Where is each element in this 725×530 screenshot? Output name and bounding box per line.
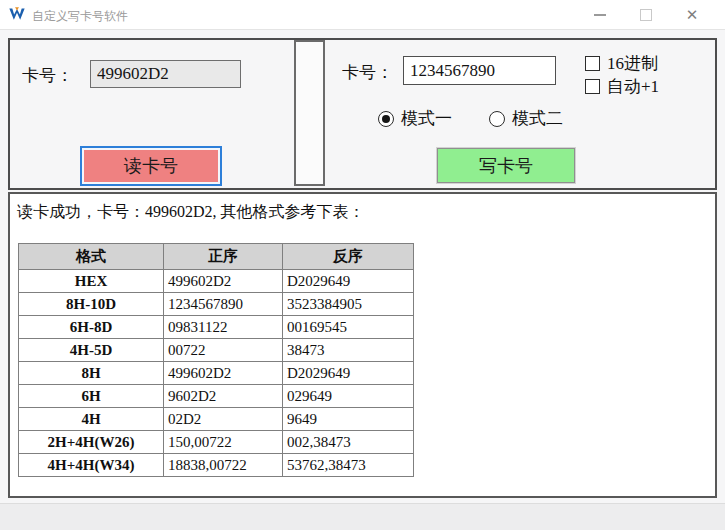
reverse-order-cell: 029649 (283, 385, 414, 408)
reverse-order-cell: 9649 (283, 408, 414, 431)
window-title: 自定义写卡号软件 (32, 8, 128, 25)
table-row: 8H499602D2D2029649 (19, 362, 414, 385)
table-row: 6H-8D0983112200169545 (19, 316, 414, 339)
auto-increment-checkbox[interactable]: 自动+1 (585, 75, 659, 98)
read-card-button[interactable]: 读卡号 (80, 146, 222, 186)
reverse-order-cell: D2029649 (283, 362, 414, 385)
titlebar: 自定义写卡号软件 ✕ (0, 0, 725, 30)
read-card-label: 卡号： (22, 64, 73, 87)
forward-order-cell: 499602D2 (164, 270, 283, 293)
mode-one-radio-label: 模式一 (401, 107, 452, 130)
format-cell: 4H (19, 408, 164, 431)
forward-order-cell: 499602D2 (164, 362, 283, 385)
app-window: 自定义写卡号软件 ✕ 卡号： 读卡号 卡号： 16进制 自动+1 模式一 模式二 (0, 0, 725, 530)
radio-icon (489, 111, 505, 127)
read-card-number-field[interactable] (90, 60, 241, 88)
forward-order-cell: 18838,00722 (164, 454, 283, 477)
maximize-icon (640, 9, 652, 21)
result-panel: 读卡成功，卡号：499602D2, 其他格式参考下表： 格式正序反序 HEX49… (8, 192, 717, 498)
format-table: 格式正序反序 HEX499602D2D20296498H-10D12345678… (18, 243, 414, 477)
forward-order-cell: 9602D2 (164, 385, 283, 408)
read-status-text: 读卡成功，卡号：499602D2, 其他格式参考下表： (17, 202, 365, 223)
forward-order-cell: 09831122 (164, 316, 283, 339)
card-control-panel: 卡号： 读卡号 卡号： 16进制 自动+1 模式一 模式二 写卡号 (8, 38, 717, 190)
auto-increment-checkbox-label: 自动+1 (607, 75, 659, 98)
table-row: 4H-5D0072238473 (19, 339, 414, 362)
forward-order-cell: 00722 (164, 339, 283, 362)
minimize-button[interactable] (577, 0, 623, 29)
radio-icon (378, 111, 394, 127)
hex-checkbox-label: 16进制 (607, 52, 658, 75)
write-card-button[interactable]: 写卡号 (437, 148, 575, 183)
table-header-cell: 正序 (164, 244, 283, 270)
reverse-order-cell: D2029649 (283, 270, 414, 293)
format-cell: HEX (19, 270, 164, 293)
maximize-button[interactable] (623, 0, 669, 29)
vertical-separator-box (294, 40, 325, 186)
status-bar (0, 503, 725, 530)
forward-order-cell: 02D2 (164, 408, 283, 431)
table-row: HEX499602D2D2029649 (19, 270, 414, 293)
close-icon: ✕ (686, 6, 699, 24)
format-cell: 8H (19, 362, 164, 385)
close-button[interactable]: ✕ (669, 0, 715, 29)
table-header-cell: 反序 (283, 244, 414, 270)
format-table-body: HEX499602D2D20296498H-10D123456789035233… (19, 270, 414, 477)
table-row: 6H9602D2029649 (19, 385, 414, 408)
table-row: 4H02D29649 (19, 408, 414, 431)
forward-order-cell: 150,00722 (164, 431, 283, 454)
table-row: 4H+4H(W34)18838,0072253762,38473 (19, 454, 414, 477)
minimize-icon (594, 14, 606, 16)
write-card-label: 卡号： (342, 61, 393, 84)
reverse-order-cell: 002,38473 (283, 431, 414, 454)
checkbox-icon (585, 56, 600, 71)
reverse-order-cell: 00169545 (283, 316, 414, 339)
hex-checkbox[interactable]: 16进制 (585, 52, 658, 75)
table-header-row: 格式正序反序 (19, 244, 414, 270)
reverse-order-cell: 3523384905 (283, 293, 414, 316)
table-row: 2H+4H(W26)150,00722002,38473 (19, 431, 414, 454)
table-header-cell: 格式 (19, 244, 164, 270)
format-cell: 2H+4H(W26) (19, 431, 164, 454)
reverse-order-cell: 38473 (283, 339, 414, 362)
format-cell: 6H-8D (19, 316, 164, 339)
checkbox-icon (585, 79, 600, 94)
format-cell: 6H (19, 385, 164, 408)
format-cell: 4H+4H(W34) (19, 454, 164, 477)
mode-two-radio-label: 模式二 (512, 107, 563, 130)
mode-two-radio[interactable]: 模式二 (489, 107, 563, 130)
table-row: 8H-10D12345678903523384905 (19, 293, 414, 316)
reverse-order-cell: 53762,38473 (283, 454, 414, 477)
write-card-number-input[interactable] (403, 56, 556, 85)
mode-one-radio[interactable]: 模式一 (378, 107, 452, 130)
forward-order-cell: 1234567890 (164, 293, 283, 316)
app-logo-icon (8, 5, 26, 23)
format-cell: 4H-5D (19, 339, 164, 362)
format-cell: 8H-10D (19, 293, 164, 316)
